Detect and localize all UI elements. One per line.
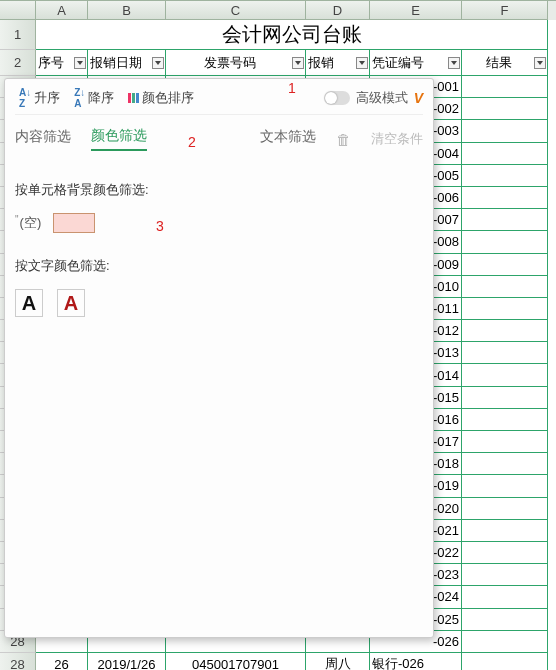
font-section-title: 按文字颜色筛选: [15,257,423,275]
popup-toolbar: A↓Z 升序 Z↓A 降序 颜色排序 高级模式 V [15,85,423,115]
v-badge-icon: V [414,90,423,106]
cell[interactable]: 周八 [306,653,370,670]
font-swatch-red[interactable]: A [57,289,85,317]
header-voucher[interactable]: 凭证编号 [370,50,462,76]
cell[interactable] [462,453,548,475]
cell[interactable] [462,609,548,631]
color-sort-button[interactable]: 颜色排序 [124,87,198,109]
cell[interactable] [462,520,548,542]
trash-icon[interactable]: 🗑 [336,131,351,148]
cell[interactable] [462,342,548,364]
bg-section-title: 按单元格背景颜色筛选: [15,181,423,199]
color-sort-icon [128,93,139,103]
cell[interactable] [462,76,548,98]
cell[interactable] [462,653,548,670]
col-header-F[interactable]: F [462,1,548,20]
filter-icon[interactable] [292,57,304,69]
cell[interactable] [462,165,548,187]
table-row: 28262019/1/26045001707901周八银行-026 [0,653,556,670]
filter-icon[interactable] [534,57,546,69]
cell[interactable] [462,231,548,253]
cell[interactable] [462,409,548,431]
filter-icon[interactable] [356,57,368,69]
cell[interactable] [462,143,548,165]
bg-color-section: 按单元格背景颜色筛选: (空) [15,181,423,233]
col-header-A[interactable]: A [36,1,88,20]
header-seq[interactable]: 序号 [36,50,88,76]
cell[interactable] [462,564,548,586]
col-header-B[interactable]: B [88,1,166,20]
row-header[interactable]: 28 [0,653,36,670]
tab-color-filter[interactable]: 颜色筛选 [91,127,147,151]
advanced-toggle[interactable] [324,91,350,105]
cell[interactable] [462,120,548,142]
cell[interactable] [462,475,548,497]
sort-asc-button[interactable]: A↓Z 升序 [15,85,64,111]
cell[interactable] [462,187,548,209]
cell[interactable] [462,298,548,320]
cell[interactable] [462,254,548,276]
sort-asc-icon: A↓Z [19,87,31,109]
cell[interactable] [462,209,548,231]
cell[interactable]: 2019/1/26 [88,653,166,670]
cell[interactable]: 045001707901 [166,653,306,670]
filter-icon[interactable] [74,57,86,69]
cell[interactable] [462,320,548,342]
cell[interactable] [462,542,548,564]
cell[interactable]: 银行-026 [370,653,462,670]
cell[interactable] [462,498,548,520]
bg-swatch-pink[interactable] [53,213,95,233]
clear-conditions[interactable]: 清空条件 [371,130,423,148]
tab-content-filter[interactable]: 内容筛选 [15,128,71,150]
header-result[interactable]: 结果 [462,50,548,76]
cell[interactable] [462,431,548,453]
select-all-corner[interactable] [0,1,36,20]
cell[interactable] [462,276,548,298]
cell[interactable] [462,586,548,608]
header-reimb[interactable]: 报销 [306,50,370,76]
header-date[interactable]: 报销日期 [88,50,166,76]
row-header-1[interactable]: 1 [0,20,36,50]
col-header-E[interactable]: E [370,1,462,20]
filter-icon[interactable] [448,57,460,69]
filter-popup: A↓Z 升序 Z↓A 降序 颜色排序 高级模式 V 内容筛选 颜色筛选 文本筛选… [4,78,434,638]
sort-desc-button[interactable]: Z↓A 降序 [70,85,118,111]
tab-text-filter[interactable]: 文本筛选 [260,128,316,150]
filter-tabs: 内容筛选 颜色筛选 文本筛选 🗑 清空条件 [15,121,423,157]
header-invoice[interactable]: 发票号码 [166,50,306,76]
cell[interactable]: 26 [36,653,88,670]
cell[interactable] [462,387,548,409]
empty-option[interactable]: (空) [15,214,41,232]
sort-desc-icon: Z↓A [74,87,85,109]
cell[interactable] [462,364,548,386]
row-header-2[interactable]: 2 [0,50,36,76]
font-swatch-black[interactable]: A [15,289,43,317]
cell[interactable] [462,98,548,120]
advanced-label: 高级模式 [356,89,408,107]
col-header-C[interactable]: C [166,1,306,20]
filter-icon[interactable] [152,57,164,69]
title-cell[interactable]: 会计网公司台账 [36,20,548,50]
cell[interactable] [462,631,548,653]
column-header-row: A B C D E F [0,0,556,20]
col-header-D[interactable]: D [306,1,370,20]
font-color-section: 按文字颜色筛选: A A [15,257,423,317]
